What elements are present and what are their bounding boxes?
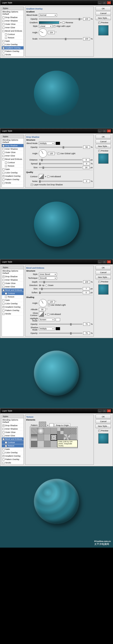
pattern-option[interactable]	[31, 428, 37, 434]
maximize-icon[interactable]: □	[102, 129, 106, 132]
pattern-option[interactable]	[44, 434, 50, 440]
new-style-button[interactable]: New Style...	[96, 16, 111, 20]
style-drop-shadow[interactable]: Drop Shadow	[2, 16, 24, 19]
style-inner-glow[interactable]: Inner Glow	[2, 26, 24, 29]
style-bevel[interactable]: Bevel and Emboss	[2, 158, 24, 161]
size-slider[interactable]	[39, 167, 82, 168]
style-drop-shadow[interactable]: ✓Drop Shadow	[2, 424, 24, 427]
style-inner-shadow[interactable]: Inner Shadow	[2, 148, 24, 151]
color-swatch[interactable]	[56, 142, 60, 145]
maximize-icon[interactable]: □	[102, 409, 106, 412]
style-drop-shadow[interactable]: ✓Drop Shadow	[2, 144, 24, 148]
style-contour[interactable]: Contour	[2, 441, 24, 444]
style-contour[interactable]: Contour	[2, 292, 24, 295]
minimize-icon[interactable]: _	[98, 129, 102, 132]
close-icon[interactable]: ✕	[107, 1, 111, 4]
style-outer-glow[interactable]: Outer Glow	[2, 22, 24, 26]
style-stroke[interactable]: Stroke	[2, 312, 24, 316]
altitude-input[interactable]: 30	[39, 308, 46, 311]
style-texture[interactable]: Texture	[2, 164, 24, 168]
style-inner-shadow[interactable]: Inner Shadow	[2, 427, 24, 431]
cancel-button[interactable]: Cancel	[96, 420, 111, 424]
pattern-option[interactable]	[44, 428, 50, 434]
technique-select[interactable]: Smooth▼	[39, 276, 57, 280]
pattern-option[interactable]	[57, 428, 63, 434]
preview-checkbox[interactable]: ✓	[98, 22, 100, 24]
style-contour[interactable]: Contour	[2, 161, 24, 164]
preview-checkbox[interactable]: ✓	[98, 150, 100, 152]
highlight-color-swatch[interactable]	[56, 318, 60, 321]
style-pattern-overlay[interactable]: Pattern Overlay	[2, 178, 24, 181]
maximize-icon[interactable]: □	[102, 1, 106, 4]
distance-input[interactable]: 8	[83, 158, 89, 162]
blending-options[interactable]: Blending Options: Default	[2, 138, 24, 144]
style-stroke[interactable]: Stroke	[2, 53, 24, 56]
style-color-overlay[interactable]: Color Overlay	[2, 302, 24, 306]
style-pattern-overlay[interactable]: Pattern Overlay	[2, 309, 24, 312]
style-inner-glow[interactable]: Inner Glow	[2, 154, 24, 158]
style-inner-shadow[interactable]: Inner Shadow	[2, 19, 24, 22]
gradient-picker[interactable]	[39, 21, 59, 24]
style-stroke[interactable]: Stroke	[2, 181, 24, 185]
pattern-option[interactable]	[51, 428, 57, 434]
style-color-overlay[interactable]: Color Overlay	[2, 171, 24, 174]
new-style-button[interactable]: New Style...	[96, 144, 111, 148]
ok-button[interactable]: OK	[96, 135, 111, 139]
minimize-icon[interactable]: _	[98, 409, 102, 412]
close-icon[interactable]: ✕	[107, 260, 111, 264]
pattern-option[interactable]	[57, 434, 63, 440]
style-outer-glow[interactable]: Outer Glow	[2, 431, 24, 434]
style-inner-glow[interactable]: Inner Glow	[2, 434, 24, 438]
angle-input[interactable]: 154	[48, 31, 55, 34]
distance-slider[interactable]	[39, 159, 82, 160]
ok-button[interactable]: OK	[96, 415, 111, 419]
angle-dial[interactable]	[39, 28, 47, 36]
style-select[interactable]: Linear▼	[39, 24, 52, 28]
highlight-mode-select[interactable]: Screen▼	[39, 318, 55, 321]
style-contour[interactable]: Contour	[2, 33, 24, 36]
depth-input[interactable]: 100	[83, 280, 90, 284]
preview-checkbox[interactable]: ✓	[98, 430, 100, 432]
shadow-color-swatch[interactable]	[56, 327, 60, 330]
opacity-slider[interactable]	[39, 18, 82, 20]
style-pattern-overlay[interactable]: Pattern Overlay	[2, 458, 24, 461]
style-stroke[interactable]: Stroke	[2, 461, 24, 464]
style-satin[interactable]: Satin	[2, 168, 24, 171]
chevron-down-icon[interactable]: ▼	[60, 22, 62, 24]
spread-input[interactable]: 0	[83, 162, 90, 165]
angle-input[interactable]: 120	[48, 300, 55, 304]
direction-down-radio[interactable]	[45, 284, 47, 286]
soften-input[interactable]: 0	[83, 291, 89, 294]
opacity-input[interactable]: 100	[83, 18, 90, 20]
blend-mode-select[interactable]: Normal▼	[39, 14, 57, 17]
pattern-option[interactable]	[31, 441, 37, 447]
new-style-button[interactable]: New Style...	[96, 275, 111, 279]
style-inner-glow[interactable]: Inner Glow	[2, 285, 24, 288]
style-color-overlay[interactable]: Color Overlay	[2, 451, 24, 454]
style-gradient-overlay[interactable]: ✓Gradient Overlay	[2, 46, 24, 50]
direction-up-radio[interactable]	[39, 284, 41, 286]
pattern-option[interactable]	[70, 428, 77, 434]
gloss-contour-picker[interactable]	[39, 312, 44, 317]
scale-input[interactable]: 100	[83, 37, 90, 40]
cancel-button[interactable]: Cancel	[96, 11, 111, 15]
opacity-slider[interactable]	[39, 147, 82, 148]
style-texture[interactable]: Texture	[2, 295, 24, 299]
blending-options[interactable]: Blending Options: Default	[2, 269, 24, 275]
ok-button[interactable]: OK	[96, 6, 111, 10]
style-inner-shadow[interactable]: Inner Shadow	[2, 278, 24, 282]
blend-mode-select[interactable]: Multiply▼	[39, 142, 55, 145]
preview-checkbox[interactable]: ✓	[98, 281, 100, 283]
pattern-option[interactable]	[38, 441, 44, 447]
style-bevel[interactable]: Bevel and Emboss	[2, 29, 24, 33]
close-icon[interactable]: ✕	[107, 129, 111, 132]
soften-slider[interactable]	[39, 292, 82, 293]
pattern-option[interactable]	[64, 428, 70, 434]
style-color-overlay[interactable]: Color Overlay	[2, 43, 24, 46]
shadow-mode-select[interactable]: Multiply▼	[39, 327, 55, 330]
style-gradient-overlay[interactable]: ✓Gradient Overlay	[2, 174, 24, 178]
angle-input[interactable]: 120	[48, 152, 55, 155]
pattern-option[interactable]	[51, 441, 57, 447]
pattern-option[interactable]	[70, 434, 77, 440]
pattern-option[interactable]	[44, 441, 50, 447]
